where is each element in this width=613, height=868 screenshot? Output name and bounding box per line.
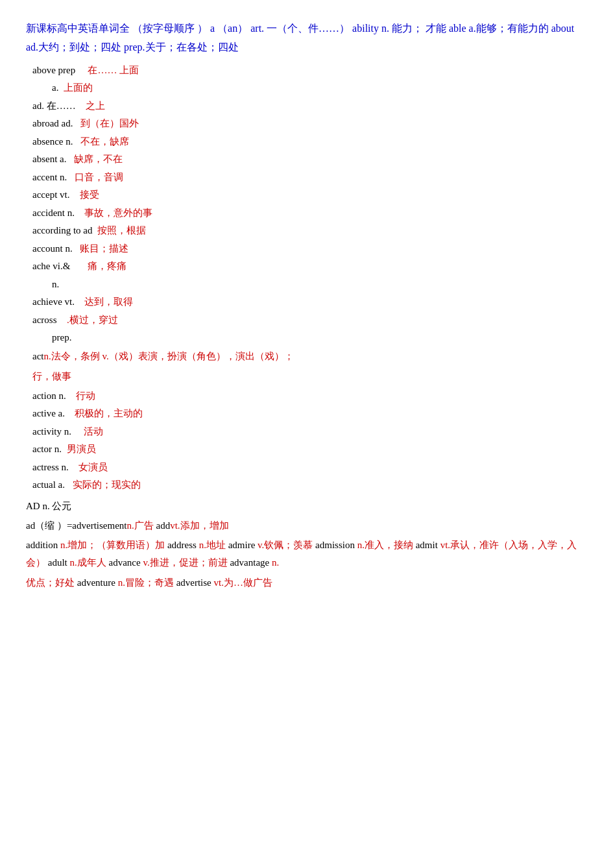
entry-word: account n.	[32, 241, 73, 258]
entry-def: 不在，缺席	[78, 134, 129, 151]
entry-active: active a. 积极的，主动的	[26, 405, 587, 422]
entry-def: 之上	[81, 98, 106, 115]
entry-ad-above: ad. 在…… 之上	[26, 98, 587, 115]
entry-word: according to ad	[32, 223, 92, 239]
entry-accent: accent n. 口音，音调	[26, 169, 587, 186]
entry-word: ache vi.&	[32, 258, 70, 275]
entry-word: action n.	[32, 388, 66, 405]
entry-word: absence n.	[32, 134, 73, 151]
entry-def: 按照，根据	[97, 223, 146, 239]
act-def: n.法令，条例 v.（戏）表演，扮演（角色），演出（戏）；	[43, 351, 293, 361]
ad-line1: AD n. 公元	[26, 498, 587, 514]
entry-accident: accident n. 事故，意外的事	[26, 205, 587, 222]
entry-account: account n. 账目；描述	[26, 241, 587, 258]
entry-actual: actual a. 实际的；现实的	[26, 477, 587, 494]
entry-def: 接受	[75, 187, 99, 204]
entry-accept: accept vt. 接受	[26, 187, 587, 204]
intro-text: 新课标高中英语单词全 （按字母顺序 ） a （an） art. 一（个、件……）…	[26, 19, 587, 57]
entry-absence: absence n. 不在，缺席	[26, 134, 587, 151]
ad-block: AD n. 公元 ad（缩 ）=advertisementn.广告 addvt.…	[26, 498, 587, 592]
entry-def: 积极的，主动的	[70, 405, 143, 422]
entry-according-to: according to ad 按照，根据	[26, 223, 587, 239]
entry-def: 痛，疼痛	[75, 258, 126, 275]
entry-word: a.	[52, 80, 58, 97]
act-word: act	[32, 351, 43, 361]
entry-activity: activity n. 活动	[26, 424, 587, 440]
entry-word: ad. 在……	[32, 98, 76, 115]
entry-achieve: achieve vt. 达到，取得	[26, 294, 587, 311]
entry-def: 活动	[77, 424, 103, 440]
entry-def: 达到，取得	[80, 294, 134, 311]
entry-abroad: abroad ad. 到（在）国外	[26, 115, 587, 132]
ad-line4: 优点；好处 adventure n.冒险；奇遇 advertise vt.为…做…	[26, 574, 587, 592]
entry-word: n.	[52, 276, 59, 293]
entry-def: 上面的	[64, 80, 93, 97]
entry-action: action n. 行动	[26, 388, 587, 405]
entry-def: 男演员	[67, 441, 96, 458]
entry-def: 到（在）国外	[78, 115, 139, 132]
entry-def: 女演员	[74, 459, 108, 476]
entry-prep: prep.	[26, 330, 587, 346]
entry-a-adj: a. 上面的	[26, 80, 587, 97]
entry-def: 口音，音调	[72, 169, 123, 186]
entry-word: activity n.	[32, 424, 71, 440]
entry-word: above prep	[32, 62, 75, 79]
entry-actress: actress n. 女演员	[26, 459, 587, 476]
entry-word: accident n.	[32, 205, 75, 222]
entry-ache: ache vi.& 痛，疼痛	[26, 258, 587, 275]
entry-def: 在…… 上面	[80, 62, 139, 79]
entry-word: actor n.	[32, 441, 62, 458]
ad-line2: ad（缩 ）=advertisementn.广告 addvt.添加，增加	[26, 517, 587, 534]
ad-line3: addition n.增加；（算数用语）加 address n.地址 admir…	[26, 536, 587, 572]
entry-act: actn.法令，条例 v.（戏）表演，扮演（角色），演出（戏）；	[26, 348, 587, 365]
entry-word: accept vt.	[32, 187, 69, 204]
entry-word: across	[32, 312, 57, 329]
entry-word: prep.	[52, 330, 71, 346]
entry-word: actual a.	[32, 477, 65, 494]
entry-word: accent n.	[32, 169, 67, 186]
intro-block: 新课标高中英语单词全 （按字母顺序 ） a （an） art. 一（个、件……）…	[26, 19, 587, 57]
entry-def: 事故，意外的事	[80, 205, 153, 222]
entry-def: 行动	[71, 388, 96, 405]
entry-def: 缺席，不在	[71, 151, 123, 168]
entry-ache-n: n.	[26, 276, 587, 293]
act-def-cont: 行，做事	[32, 371, 71, 381]
entry-def: 账目；描述	[78, 241, 129, 258]
entry-act-cont: 行，做事	[26, 368, 587, 385]
entry-def: 实际的；现实的	[70, 477, 141, 494]
entry-word: abroad ad.	[32, 115, 73, 132]
entry-word: achieve vt.	[32, 294, 75, 311]
entry-above: above prep 在…… 上面	[26, 62, 587, 79]
entry-def: .横过，穿过	[62, 312, 118, 329]
entry-word: active a.	[32, 405, 65, 422]
entry-absent: absent a. 缺席，不在	[26, 151, 587, 168]
entry-actor: actor n. 男演员	[26, 441, 587, 458]
entry-word: absent a.	[32, 151, 66, 168]
entry-across: across .横过，穿过	[26, 312, 587, 329]
entry-word: actress n.	[32, 459, 69, 476]
